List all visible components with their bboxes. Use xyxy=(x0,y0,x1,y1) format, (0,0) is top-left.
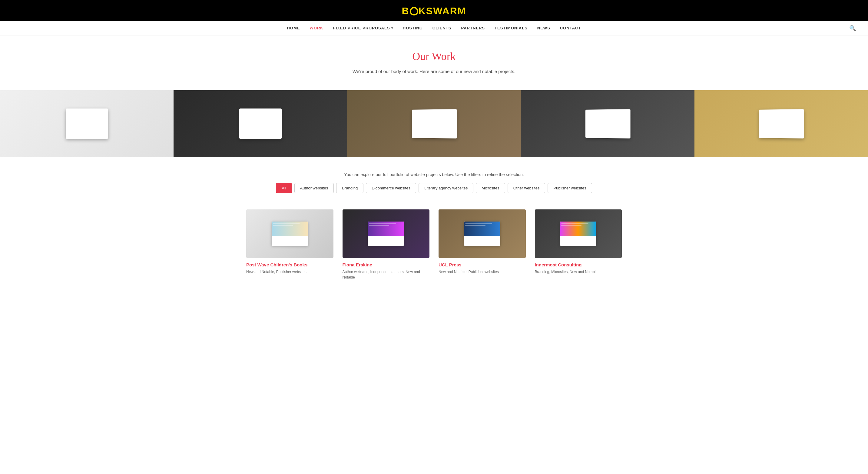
portfolio-thumb-1 xyxy=(246,209,334,258)
portfolio-item-2[interactable]: Fiona Erskine Author websites, Independe… xyxy=(343,209,430,280)
page-hero: Our Work We're proud of our body of work… xyxy=(0,35,868,81)
nav-news[interactable]: NEWS xyxy=(537,26,550,30)
portfolio-thumb-2 xyxy=(343,209,430,258)
banner-item-1 xyxy=(0,90,174,157)
banner-item-4 xyxy=(521,90,694,157)
filter-publisher-websites[interactable]: Publisher websites xyxy=(548,183,592,193)
portfolio-tags-1: New and Notable, Publisher websites xyxy=(246,269,334,274)
filter-author-websites[interactable]: Author websites xyxy=(294,183,334,193)
logo-o xyxy=(410,7,418,16)
header: BKSWARM xyxy=(0,0,868,21)
filter-other-websites[interactable]: Other websites xyxy=(507,183,546,193)
desktop-mockup-2 xyxy=(239,109,282,139)
portfolio-item-3[interactable]: UCL Press New and Notable, Publisher web… xyxy=(438,209,526,280)
search-icon[interactable]: 🔍 xyxy=(849,25,856,31)
portfolio-mock-2 xyxy=(368,221,404,246)
filter-buttons: All Author websites Branding E-commerce … xyxy=(12,183,856,193)
filter-microsites[interactable]: Microsites xyxy=(476,183,505,193)
nav-contact[interactable]: CONTACT xyxy=(560,26,581,30)
desktop-mockup-1 xyxy=(66,109,108,139)
portfolio-title-2[interactable]: Fiona Erskine xyxy=(343,262,430,267)
portfolio-thumb-4 xyxy=(535,209,622,258)
laptop-mockup-2 xyxy=(585,109,630,139)
nav-hosting[interactable]: HOSTING xyxy=(403,26,423,30)
portfolio-item-4[interactable]: Innermost Consulting Branding, Microsite… xyxy=(535,209,622,280)
filter-section: You can explore our full portfolio of we… xyxy=(0,166,868,200)
portfolio-item-1[interactable]: Post Wave Children's Books New and Notab… xyxy=(246,209,334,280)
nav-work[interactable]: WORK xyxy=(310,26,323,30)
banner-strip xyxy=(0,90,868,157)
portfolio-title-4[interactable]: Innermost Consulting xyxy=(535,262,622,267)
site-logo[interactable]: BKSWARM xyxy=(0,5,868,17)
banner-item-2 xyxy=(174,90,347,157)
portfolio-title-3[interactable]: UCL Press xyxy=(438,262,526,267)
portfolio-tags-2: Author websites, Independent authors, Ne… xyxy=(343,269,430,280)
page-title: Our Work xyxy=(6,50,862,63)
portfolio-tags-3: New and Notable, Publisher websites xyxy=(438,269,526,274)
portfolio-thumb-3 xyxy=(438,209,526,258)
nav-fixed-price[interactable]: FIXED PRICE PROPOSALS ▾ xyxy=(333,26,393,30)
portfolio-tags-4: Branding, Microsites, New and Notable xyxy=(535,269,622,274)
nav-home[interactable]: HOME xyxy=(287,26,300,30)
filter-literary-agency[interactable]: Literary agency websites xyxy=(418,183,473,193)
portfolio-mock-1 xyxy=(272,221,308,246)
portfolio-title-1[interactable]: Post Wave Children's Books xyxy=(246,262,334,267)
nav-testimonials[interactable]: TESTIMONIALS xyxy=(495,26,528,30)
chevron-down-icon: ▾ xyxy=(391,26,393,30)
main-nav: HOME WORK FIXED PRICE PROPOSALS ▾ HOSTIN… xyxy=(0,21,868,35)
banner-item-3 xyxy=(347,90,521,157)
portfolio-mock-3 xyxy=(464,221,500,246)
laptop-mockup-3 xyxy=(759,109,804,139)
filter-description: You can explore our full portfolio of we… xyxy=(12,172,856,177)
filter-all[interactable]: All xyxy=(276,183,292,193)
filter-branding[interactable]: Branding xyxy=(336,183,364,193)
laptop-mockup-1 xyxy=(412,109,457,139)
filter-ecommerce[interactable]: E-commerce websites xyxy=(366,183,416,193)
nav-partners[interactable]: PARTNERS xyxy=(461,26,485,30)
nav-clients[interactable]: CLIENTS xyxy=(433,26,452,30)
page-subtitle: We're proud of our body of work. Here ar… xyxy=(6,69,862,74)
portfolio-grid: Post Wave Children's Books New and Notab… xyxy=(222,200,646,298)
portfolio-mock-4 xyxy=(560,221,596,246)
banner-item-5 xyxy=(694,90,868,157)
